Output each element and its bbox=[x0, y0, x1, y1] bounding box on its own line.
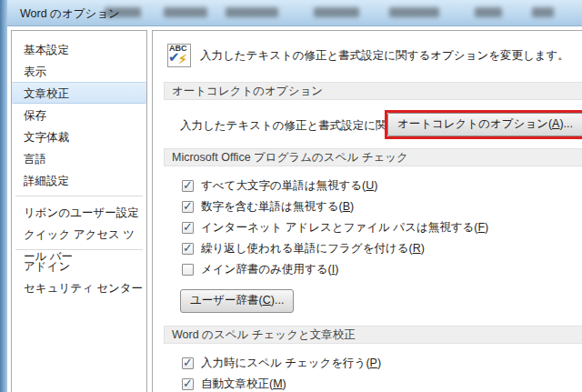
sidebar-item-display[interactable]: 表示 bbox=[12, 60, 146, 82]
abc-spellcheck-icon: ABC ✔ ⚡ bbox=[167, 44, 191, 68]
sidebar-item-general[interactable]: 基本設定 bbox=[12, 38, 146, 60]
proofing-content-panel: ABC ✔ ⚡ 入力したテキストの修正と書式設定に関するオプションを変更します。… bbox=[152, 30, 582, 392]
sidebar-separator bbox=[15, 196, 143, 196]
section-header-autocorrect: オートコレクトのオプション bbox=[164, 82, 582, 100]
sidebar-item-language[interactable]: 言語 bbox=[12, 147, 146, 169]
checkbox-label: インターネット アドレスとファイル パスは無視する(F) bbox=[201, 220, 488, 236]
titlebar-blur-blob bbox=[475, 7, 502, 17]
autocorrect-options-button[interactable]: オートコレクトのオプション(A)... bbox=[387, 113, 582, 136]
proofing-intro: ABC ✔ ⚡ 入力したテキストの修正と書式設定に関するオプションを変更します。 bbox=[167, 42, 579, 69]
dialog-body: 基本設定 表示 文章校正 保存 文字体裁 言語 詳細設定 リボンのユーザー設定 … bbox=[7, 26, 582, 392]
checkbox-label: 繰り返し使われる単語にフラグを付ける(R) bbox=[201, 241, 425, 256]
checkbox-main-dictionary-only[interactable] bbox=[182, 264, 194, 276]
custom-dictionaries-button[interactable]: ユーザー辞書(C)... bbox=[180, 289, 294, 313]
titlebar-blur-blob bbox=[164, 7, 207, 17]
titlebar-blur-blob bbox=[314, 7, 359, 17]
checkbox-ignore-urls[interactable] bbox=[182, 222, 194, 234]
custom-dictionaries-row: ユーザー辞書(C)... bbox=[180, 289, 582, 313]
titlebar-blur-blob bbox=[389, 7, 439, 17]
proofing-intro-text: 入力したテキストの修正と書式設定に関するオプションを変更します。 bbox=[200, 48, 569, 64]
checkbox-ignore-uppercase[interactable] bbox=[182, 180, 194, 192]
checkbox-row: 自動文章校正(M) bbox=[182, 374, 582, 392]
checkbox-label: すべて大文字の単語は無視する(U) bbox=[201, 178, 377, 194]
sidebar-item-typography[interactable]: 文字体裁 bbox=[12, 126, 146, 147]
checkbox-label: 入力時にスペル チェックを行う(P) bbox=[201, 356, 381, 371]
sidebar-item-save[interactable]: 保存 bbox=[12, 104, 146, 126]
checkbox-label: メイン辞書のみ使用する(I) bbox=[201, 262, 338, 277]
checkbox-row: すべて大文字の単語は無視する(U) bbox=[182, 176, 582, 196]
section-header-office-spelling: Microsoft Office プログラムのスペル チェック bbox=[164, 148, 582, 166]
checkbox-row: インターネット アドレスとファイル パスは無視する(F) bbox=[182, 217, 582, 238]
titlebar-blur-blob bbox=[226, 7, 278, 17]
autocorrect-row: 入力したテキストの修正と書式設定に関するオプションを変更します。 オートコレクト… bbox=[164, 112, 582, 139]
checkbox-label: 自動文章校正(M) bbox=[201, 377, 286, 392]
checkbox-row: メイン辞書のみ使用する(I) bbox=[182, 259, 582, 280]
titlebar: Word のオプション bbox=[0, 0, 582, 26]
word-spelling-checkbox-list: 入力時にスペル チェックを行う(P) 自動文章校正(M) よく間違う単語(N) bbox=[182, 353, 582, 392]
sidebar-item-quick-access-toolbar[interactable]: クイック アクセス ツール バー bbox=[12, 223, 146, 245]
checkbox-flag-repeated-words[interactable] bbox=[182, 243, 194, 255]
titlebar-blur-blob bbox=[105, 7, 141, 17]
autocorrect-highlight-annotation: オートコレクトのオプション(A)... bbox=[385, 110, 582, 139]
sidebar-item-customize-ribbon[interactable]: リボンのユーザー設定 bbox=[12, 201, 146, 223]
checkbox-row: 繰り返し使われる単語にフラグを付ける(R) bbox=[182, 238, 582, 259]
window-edge-strip bbox=[0, 0, 7, 392]
checkbox-check-spelling-as-you-type[interactable] bbox=[182, 357, 194, 369]
section-header-word-spelling: Word のスペル チェックと文章校正 bbox=[164, 326, 582, 344]
sidebar-item-proofing[interactable]: 文章校正 bbox=[12, 82, 146, 104]
checkbox-row: 数字を含む単語は無視する(B) bbox=[182, 196, 582, 217]
checkbox-ignore-numbers[interactable] bbox=[182, 201, 194, 213]
sidebar-item-addins[interactable]: アドイン bbox=[12, 255, 146, 276]
sidebar-item-advanced[interactable]: 詳細設定 bbox=[12, 169, 146, 191]
office-spelling-checkbox-list: すべて大文字の単語は無視する(U) 数字を含む単語は無視する(B) インターネッ… bbox=[182, 176, 582, 280]
titlebar-blur-blob bbox=[532, 7, 554, 17]
checkbox-mark-grammar-errors[interactable] bbox=[182, 378, 194, 390]
checkbox-label: 数字を含む単語は無視する(B) bbox=[201, 199, 354, 215]
options-sidebar: 基本設定 表示 文章校正 保存 文字体裁 言語 詳細設定 リボンのユーザー設定 … bbox=[11, 30, 147, 392]
sidebar-item-trust-center[interactable]: セキュリティ センター bbox=[12, 276, 146, 298]
checkbox-row: 入力時にスペル チェックを行う(P) bbox=[182, 353, 582, 374]
